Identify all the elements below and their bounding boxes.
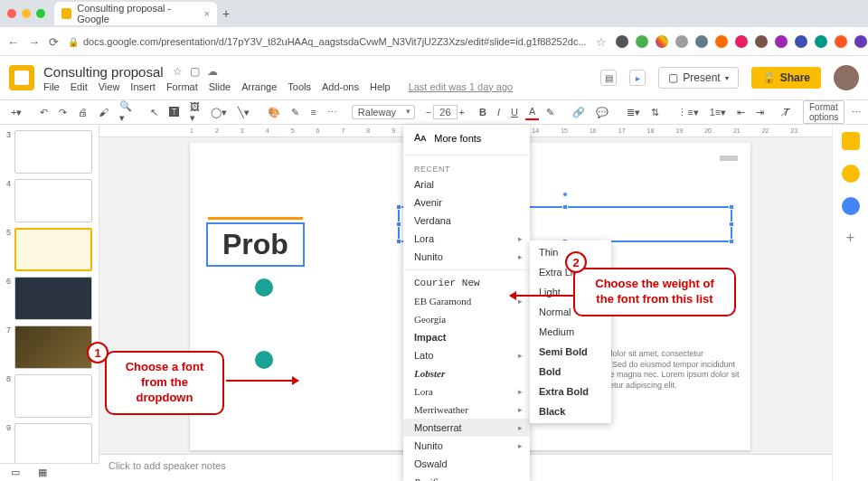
fill-color-button[interactable]: 🎨 xyxy=(264,105,284,120)
comments-icon[interactable]: ▤ xyxy=(600,70,617,86)
border-dash-button[interactable]: ⋯ xyxy=(324,105,341,120)
font-weight-item[interactable]: Bold xyxy=(530,362,611,382)
close-tab-icon[interactable]: × xyxy=(204,8,210,19)
font-weight-item[interactable]: Medium xyxy=(530,322,611,342)
menu-item[interactable]: Help xyxy=(370,81,391,92)
minimize-window-icon[interactable] xyxy=(22,9,31,18)
doc-title[interactable]: Consulting proposal xyxy=(43,64,164,80)
new-tab-button[interactable]: + xyxy=(217,6,235,21)
slide-thumbnail[interactable] xyxy=(14,130,92,174)
grid-view-icon[interactable]: ▦ xyxy=(38,467,47,478)
link-button[interactable]: 🔗 xyxy=(569,105,589,120)
new-slide-button[interactable]: +▾ xyxy=(7,105,25,120)
font-menu-item[interactable]: Montserrat▸ xyxy=(403,419,530,437)
image-tool[interactable]: 🖼▾ xyxy=(186,99,203,126)
border-color-button[interactable]: ✎ xyxy=(288,105,303,120)
back-button[interactable]: ← xyxy=(7,35,19,49)
slides-logo-icon[interactable] xyxy=(9,65,34,90)
line-tool[interactable]: ╲▾ xyxy=(234,105,253,120)
browser-tab[interactable]: Consulting proposal - Google × xyxy=(54,2,217,25)
extension-icon[interactable] xyxy=(795,35,807,48)
last-edit-link[interactable]: Last edit was 1 day ago xyxy=(409,81,514,92)
font-size-value[interactable]: 26 xyxy=(433,105,457,119)
zoom-button[interactable]: 🔍▾ xyxy=(116,99,136,126)
extension-icon[interactable] xyxy=(675,35,688,48)
keep-icon[interactable] xyxy=(842,132,860,150)
font-menu-item[interactable]: Merriweather▸ xyxy=(403,401,530,419)
extension-icon[interactable] xyxy=(735,35,748,48)
more-fonts-item[interactable]: AᴀMore fonts xyxy=(403,125,530,151)
close-window-icon[interactable] xyxy=(7,9,16,18)
extension-icon[interactable] xyxy=(715,35,728,48)
extension-icon[interactable] xyxy=(854,35,867,48)
menu-item[interactable]: File xyxy=(43,81,60,92)
font-menu-item[interactable]: Impact xyxy=(403,328,530,346)
menu-item[interactable]: Insert xyxy=(130,81,156,92)
more-button[interactable]: ⋯ xyxy=(848,105,865,120)
extension-icon[interactable] xyxy=(695,35,708,48)
bold-button[interactable]: B xyxy=(476,105,490,119)
clear-format-button[interactable]: T̸ xyxy=(778,105,792,120)
calendar-icon[interactable] xyxy=(842,165,860,183)
add-on-button[interactable]: + xyxy=(846,230,854,246)
font-menu-item[interactable]: Avenir xyxy=(403,193,530,212)
extension-icon[interactable] xyxy=(775,35,788,48)
avatar[interactable] xyxy=(834,65,859,90)
filmstrip-view-icon[interactable]: ▭ xyxy=(11,467,20,478)
list-bullet-button[interactable]: ⋮≡▾ xyxy=(674,105,702,120)
font-family-menu[interactable]: AᴀMore fontsRECENTArialAvenirVerdanaLora… xyxy=(403,125,530,481)
filmstrip[interactable]: 3456789 xyxy=(0,125,99,481)
font-menu-item[interactable]: Lobster xyxy=(403,364,530,382)
reload-button[interactable]: ⟳ xyxy=(49,35,59,49)
slide-thumbnail[interactable] xyxy=(14,325,92,369)
star-icon[interactable]: ☆ xyxy=(596,35,607,49)
share-button[interactable]: 🔒 Share xyxy=(751,67,821,89)
highlight-button[interactable]: ✎ xyxy=(542,105,558,120)
extension-icon[interactable] xyxy=(815,35,827,48)
cloud-icon[interactable]: ☁ xyxy=(207,65,218,78)
format-options-button[interactable]: Format options xyxy=(803,100,844,124)
font-weight-item[interactable]: Black xyxy=(530,401,611,421)
select-tool[interactable]: ↖ xyxy=(146,105,162,120)
menu-item[interactable]: View xyxy=(99,81,120,92)
font-size-control[interactable]: − 26 + xyxy=(426,105,465,119)
slide-thumbnail[interactable] xyxy=(14,423,92,467)
font-menu-item[interactable]: Georgia xyxy=(403,310,530,328)
font-menu-item[interactable]: Nunito▸ xyxy=(403,248,530,266)
font-menu-item[interactable]: Verdana xyxy=(403,212,530,230)
line-spacing-button[interactable]: ⇅ xyxy=(647,105,663,120)
extension-icon[interactable] xyxy=(616,35,628,48)
font-menu-item[interactable]: Lora▸ xyxy=(403,230,530,248)
slide-thumbnail[interactable] xyxy=(14,277,92,320)
extension-icon[interactable] xyxy=(835,35,847,48)
italic-button[interactable]: I xyxy=(494,105,504,119)
url-bar[interactable]: 🔒 docs.google.com/presentation/d/17pY3V_… xyxy=(68,36,587,47)
font-menu-item[interactable]: Pacifico xyxy=(403,473,530,481)
font-menu-item[interactable]: Lato▸ xyxy=(403,346,530,364)
decrease-size-button[interactable]: − xyxy=(426,107,431,118)
redo-button[interactable]: ↷ xyxy=(55,105,71,120)
move-icon[interactable]: ▢ xyxy=(190,65,200,78)
extension-icon[interactable] xyxy=(755,35,768,48)
tasks-icon[interactable] xyxy=(842,197,860,215)
extension-icon[interactable] xyxy=(656,35,668,48)
comment-button[interactable]: 💬 xyxy=(592,105,612,120)
slide-thumbnail[interactable] xyxy=(14,374,92,418)
menu-item[interactable]: Arrange xyxy=(241,81,277,92)
font-menu-item[interactable]: Nunito▸ xyxy=(403,437,530,455)
font-menu-item[interactable]: Arial xyxy=(403,175,530,193)
border-weight-button[interactable]: ≡ xyxy=(307,105,319,119)
print-button[interactable]: 🖨 xyxy=(74,105,91,119)
font-family-dropdown[interactable]: Raleway xyxy=(352,105,415,119)
increase-size-button[interactable]: + xyxy=(459,107,465,118)
align-button[interactable]: ≣▾ xyxy=(623,105,644,120)
extension-icon[interactable] xyxy=(636,35,648,48)
star-icon[interactable]: ☆ xyxy=(173,65,183,78)
maximize-window-icon[interactable] xyxy=(36,9,45,18)
paint-format-button[interactable]: 🖌 xyxy=(95,105,112,119)
menu-item[interactable]: Slide xyxy=(209,81,231,92)
font-weight-item[interactable]: Semi Bold xyxy=(530,342,611,362)
undo-button[interactable]: ↶ xyxy=(36,105,52,120)
menu-item[interactable]: Tools xyxy=(288,81,311,92)
present-button[interactable]: ▢ Present ▾ xyxy=(658,67,738,89)
